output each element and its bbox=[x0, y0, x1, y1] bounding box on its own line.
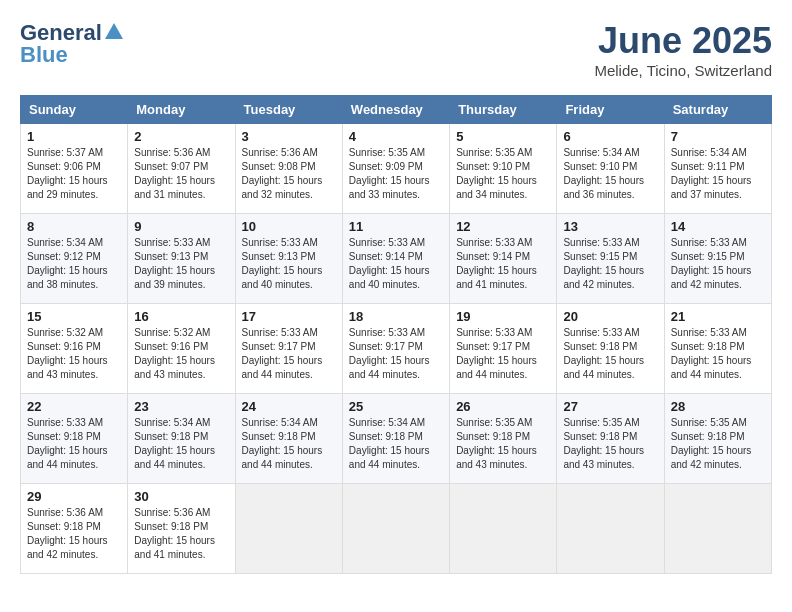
table-row bbox=[235, 484, 342, 574]
day-number: 27 bbox=[563, 399, 657, 414]
day-info: Sunrise: 5:33 AMSunset: 9:15 PMDaylight:… bbox=[563, 237, 644, 290]
day-info: Sunrise: 5:36 AMSunset: 9:07 PMDaylight:… bbox=[134, 147, 215, 200]
table-row: 2 Sunrise: 5:36 AMSunset: 9:07 PMDayligh… bbox=[128, 124, 235, 214]
table-row: 5 Sunrise: 5:35 AMSunset: 9:10 PMDayligh… bbox=[450, 124, 557, 214]
table-row: 10 Sunrise: 5:33 AMSunset: 9:13 PMDaylig… bbox=[235, 214, 342, 304]
day-info: Sunrise: 5:33 AMSunset: 9:18 PMDaylight:… bbox=[27, 417, 108, 470]
day-number: 15 bbox=[27, 309, 121, 324]
day-number: 28 bbox=[671, 399, 765, 414]
svg-marker-0 bbox=[105, 23, 123, 39]
day-number: 7 bbox=[671, 129, 765, 144]
table-row: 21 Sunrise: 5:33 AMSunset: 9:18 PMDaylig… bbox=[664, 304, 771, 394]
table-row: 19 Sunrise: 5:33 AMSunset: 9:17 PMDaylig… bbox=[450, 304, 557, 394]
table-row: 29 Sunrise: 5:36 AMSunset: 9:18 PMDaylig… bbox=[21, 484, 128, 574]
day-info: Sunrise: 5:34 AMSunset: 9:18 PMDaylight:… bbox=[134, 417, 215, 470]
day-info: Sunrise: 5:35 AMSunset: 9:09 PMDaylight:… bbox=[349, 147, 430, 200]
table-row bbox=[342, 484, 449, 574]
table-row: 14 Sunrise: 5:33 AMSunset: 9:15 PMDaylig… bbox=[664, 214, 771, 304]
day-info: Sunrise: 5:32 AMSunset: 9:16 PMDaylight:… bbox=[27, 327, 108, 380]
table-row: 24 Sunrise: 5:34 AMSunset: 9:18 PMDaylig… bbox=[235, 394, 342, 484]
table-row bbox=[664, 484, 771, 574]
day-number: 20 bbox=[563, 309, 657, 324]
day-info: Sunrise: 5:33 AMSunset: 9:18 PMDaylight:… bbox=[563, 327, 644, 380]
table-row: 1 Sunrise: 5:37 AMSunset: 9:06 PMDayligh… bbox=[21, 124, 128, 214]
day-number: 29 bbox=[27, 489, 121, 504]
day-number: 11 bbox=[349, 219, 443, 234]
calendar-week-row: 29 Sunrise: 5:36 AMSunset: 9:18 PMDaylig… bbox=[21, 484, 772, 574]
day-number: 14 bbox=[671, 219, 765, 234]
table-row: 30 Sunrise: 5:36 AMSunset: 9:18 PMDaylig… bbox=[128, 484, 235, 574]
calendar-table: Sunday Monday Tuesday Wednesday Thursday… bbox=[20, 95, 772, 574]
header-sunday: Sunday bbox=[21, 96, 128, 124]
table-row bbox=[450, 484, 557, 574]
table-row: 22 Sunrise: 5:33 AMSunset: 9:18 PMDaylig… bbox=[21, 394, 128, 484]
table-row: 28 Sunrise: 5:35 AMSunset: 9:18 PMDaylig… bbox=[664, 394, 771, 484]
day-number: 8 bbox=[27, 219, 121, 234]
day-number: 12 bbox=[456, 219, 550, 234]
day-info: Sunrise: 5:34 AMSunset: 9:10 PMDaylight:… bbox=[563, 147, 644, 200]
day-number: 2 bbox=[134, 129, 228, 144]
day-info: Sunrise: 5:33 AMSunset: 9:17 PMDaylight:… bbox=[456, 327, 537, 380]
page-header: General Blue June 2025 Melide, Ticino, S… bbox=[20, 20, 772, 79]
day-number: 16 bbox=[134, 309, 228, 324]
day-info: Sunrise: 5:33 AMSunset: 9:14 PMDaylight:… bbox=[349, 237, 430, 290]
day-number: 5 bbox=[456, 129, 550, 144]
table-row: 20 Sunrise: 5:33 AMSunset: 9:18 PMDaylig… bbox=[557, 304, 664, 394]
day-number: 24 bbox=[242, 399, 336, 414]
calendar-week-row: 8 Sunrise: 5:34 AMSunset: 9:12 PMDayligh… bbox=[21, 214, 772, 304]
day-number: 17 bbox=[242, 309, 336, 324]
table-row: 18 Sunrise: 5:33 AMSunset: 9:17 PMDaylig… bbox=[342, 304, 449, 394]
day-info: Sunrise: 5:33 AMSunset: 9:17 PMDaylight:… bbox=[242, 327, 323, 380]
table-row: 8 Sunrise: 5:34 AMSunset: 9:12 PMDayligh… bbox=[21, 214, 128, 304]
day-info: Sunrise: 5:33 AMSunset: 9:18 PMDaylight:… bbox=[671, 327, 752, 380]
table-row bbox=[557, 484, 664, 574]
table-row: 4 Sunrise: 5:35 AMSunset: 9:09 PMDayligh… bbox=[342, 124, 449, 214]
header-friday: Friday bbox=[557, 96, 664, 124]
calendar-week-row: 22 Sunrise: 5:33 AMSunset: 9:18 PMDaylig… bbox=[21, 394, 772, 484]
table-row: 15 Sunrise: 5:32 AMSunset: 9:16 PMDaylig… bbox=[21, 304, 128, 394]
day-info: Sunrise: 5:35 AMSunset: 9:18 PMDaylight:… bbox=[563, 417, 644, 470]
day-info: Sunrise: 5:35 AMSunset: 9:10 PMDaylight:… bbox=[456, 147, 537, 200]
day-number: 1 bbox=[27, 129, 121, 144]
title-block: June 2025 Melide, Ticino, Switzerland bbox=[594, 20, 772, 79]
day-info: Sunrise: 5:34 AMSunset: 9:18 PMDaylight:… bbox=[242, 417, 323, 470]
calendar-week-row: 15 Sunrise: 5:32 AMSunset: 9:16 PMDaylig… bbox=[21, 304, 772, 394]
calendar-week-row: 1 Sunrise: 5:37 AMSunset: 9:06 PMDayligh… bbox=[21, 124, 772, 214]
location: Melide, Ticino, Switzerland bbox=[594, 62, 772, 79]
day-number: 26 bbox=[456, 399, 550, 414]
day-number: 13 bbox=[563, 219, 657, 234]
day-info: Sunrise: 5:34 AMSunset: 9:18 PMDaylight:… bbox=[349, 417, 430, 470]
day-number: 30 bbox=[134, 489, 228, 504]
table-row: 27 Sunrise: 5:35 AMSunset: 9:18 PMDaylig… bbox=[557, 394, 664, 484]
table-row: 6 Sunrise: 5:34 AMSunset: 9:10 PMDayligh… bbox=[557, 124, 664, 214]
day-number: 19 bbox=[456, 309, 550, 324]
day-number: 4 bbox=[349, 129, 443, 144]
day-number: 22 bbox=[27, 399, 121, 414]
day-info: Sunrise: 5:33 AMSunset: 9:13 PMDaylight:… bbox=[242, 237, 323, 290]
header-saturday: Saturday bbox=[664, 96, 771, 124]
day-number: 21 bbox=[671, 309, 765, 324]
logo-blue-text: Blue bbox=[20, 42, 68, 68]
day-info: Sunrise: 5:33 AMSunset: 9:13 PMDaylight:… bbox=[134, 237, 215, 290]
day-number: 25 bbox=[349, 399, 443, 414]
table-row: 16 Sunrise: 5:32 AMSunset: 9:16 PMDaylig… bbox=[128, 304, 235, 394]
header-wednesday: Wednesday bbox=[342, 96, 449, 124]
day-info: Sunrise: 5:34 AMSunset: 9:11 PMDaylight:… bbox=[671, 147, 752, 200]
table-row: 23 Sunrise: 5:34 AMSunset: 9:18 PMDaylig… bbox=[128, 394, 235, 484]
day-info: Sunrise: 5:36 AMSunset: 9:18 PMDaylight:… bbox=[27, 507, 108, 560]
day-number: 23 bbox=[134, 399, 228, 414]
day-info: Sunrise: 5:33 AMSunset: 9:15 PMDaylight:… bbox=[671, 237, 752, 290]
day-info: Sunrise: 5:34 AMSunset: 9:12 PMDaylight:… bbox=[27, 237, 108, 290]
table-row: 3 Sunrise: 5:36 AMSunset: 9:08 PMDayligh… bbox=[235, 124, 342, 214]
header-tuesday: Tuesday bbox=[235, 96, 342, 124]
day-number: 10 bbox=[242, 219, 336, 234]
day-number: 9 bbox=[134, 219, 228, 234]
calendar-header-row: Sunday Monday Tuesday Wednesday Thursday… bbox=[21, 96, 772, 124]
table-row: 13 Sunrise: 5:33 AMSunset: 9:15 PMDaylig… bbox=[557, 214, 664, 304]
day-info: Sunrise: 5:36 AMSunset: 9:08 PMDaylight:… bbox=[242, 147, 323, 200]
table-row: 26 Sunrise: 5:35 AMSunset: 9:18 PMDaylig… bbox=[450, 394, 557, 484]
day-info: Sunrise: 5:33 AMSunset: 9:14 PMDaylight:… bbox=[456, 237, 537, 290]
header-thursday: Thursday bbox=[450, 96, 557, 124]
logo: General Blue bbox=[20, 20, 125, 68]
table-row: 17 Sunrise: 5:33 AMSunset: 9:17 PMDaylig… bbox=[235, 304, 342, 394]
